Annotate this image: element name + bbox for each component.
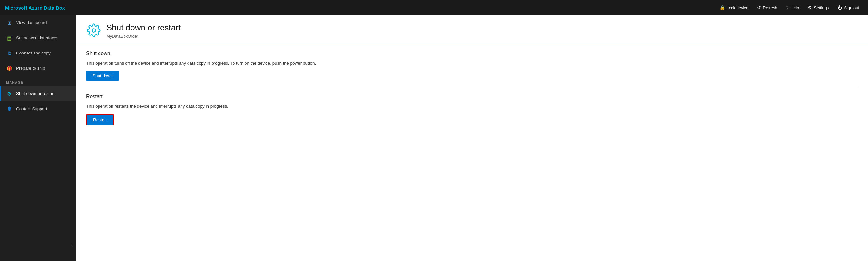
sign-out-label: Sign out [844,5,859,10]
page-title: Shut down or restart [106,23,181,33]
refresh-icon: ↺ [757,5,761,10]
settings-button[interactable]: ⚙ Settings [804,3,833,12]
manage-section-label: MANAGE [0,76,76,86]
sidebar-label-shut-down-or-restart: Shut down or restart [16,91,55,96]
sidebar-label-connect-and-copy: Connect and copy [16,51,51,56]
restart-section-description: This operation restarts the device and i… [86,103,858,109]
main-layout: View dashboard Set network interfaces Co… [0,15,868,261]
refresh-button[interactable]: ↺ Refresh [753,3,781,12]
help-icon: ? [786,5,789,10]
sidebar-item-contact-support[interactable]: Contact Support [0,101,76,117]
sidebar-label-set-network-interfaces: Set network interfaces [16,35,59,40]
sidebar: View dashboard Set network interfaces Co… [0,15,76,261]
help-button[interactable]: ? Help [782,3,803,12]
sidebar-label-contact-support: Contact Support [16,106,47,111]
help-label: Help [791,5,799,10]
lock-device-button[interactable]: 🔒 Lock device [716,3,752,12]
content-body: Shut down This operation turns off the d… [76,44,868,132]
topbar-right: 🔒 Lock device ↺ Refresh ? Help ⚙ Setting… [716,3,863,12]
restart-button[interactable]: Restart [86,115,114,125]
settings-label: Settings [814,5,829,10]
shutdown-section-description: This operation turns off the device and … [86,60,858,67]
lock-icon: 🔒 [719,5,725,10]
shutdown-button[interactable]: Shut down [86,71,119,81]
app-title: Microsoft Azure Data Box [5,5,65,10]
svg-point-0 [92,29,96,32]
gear-icon [6,91,12,97]
content-area: Shut down or restart MyDataBoxOrder Shut… [76,15,868,261]
sign-out-button[interactable]: ⏻ Sign out [834,3,863,12]
sidebar-item-connect-and-copy[interactable]: Connect and copy [0,45,76,61]
sign-out-icon: ⏻ [838,5,842,10]
sidebar-resize-handle[interactable]: ⋮ [70,241,76,248]
network-icon [6,35,12,41]
refresh-label: Refresh [763,5,777,10]
sidebar-item-view-dashboard[interactable]: View dashboard [0,15,76,30]
sidebar-item-set-network-interfaces[interactable]: Set network interfaces [0,30,76,45]
settings-icon: ⚙ [808,5,812,10]
restart-section: Restart This operation restarts the devi… [86,88,858,131]
page-header-icon [86,23,101,38]
support-icon [6,106,12,112]
grid-icon [6,20,12,26]
page-subtitle: MyDataBoxOrder [106,34,181,39]
sidebar-item-shut-down-or-restart[interactable]: Shut down or restart [0,86,76,101]
page-header-text: Shut down or restart MyDataBoxOrder [106,23,181,39]
topbar-left: Microsoft Azure Data Box [5,5,65,10]
topbar: Microsoft Azure Data Box 🔒 Lock device ↺… [0,0,868,15]
page-header: Shut down or restart MyDataBoxOrder [76,15,868,44]
shutdown-section: Shut down This operation turns off the d… [86,44,858,88]
shutdown-section-title: Shut down [86,51,858,56]
sidebar-label-prepare-to-ship: Prepare to ship [16,66,45,71]
lock-device-label: Lock device [727,5,749,10]
sidebar-label-view-dashboard: View dashboard [16,20,47,25]
copy-icon [6,50,12,56]
sidebar-item-prepare-to-ship[interactable]: Prepare to ship [0,61,76,76]
restart-section-title: Restart [86,94,858,99]
ship-icon [6,65,12,72]
